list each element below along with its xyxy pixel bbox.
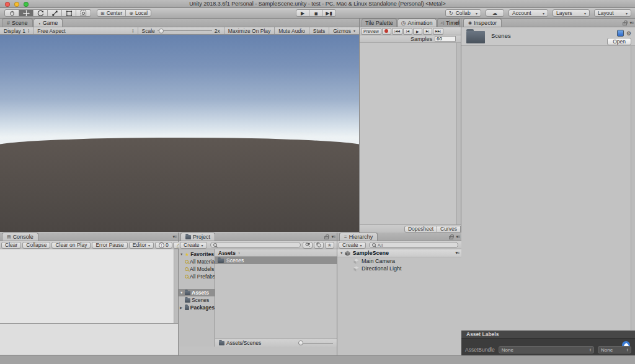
tab-inspector[interactable]: ◉ Inspector bbox=[463, 19, 502, 27]
lock-icon[interactable] bbox=[623, 22, 627, 25]
transform-tool-icon[interactable] bbox=[76, 10, 91, 16]
tree-item-assets[interactable]: ▼ Assets bbox=[179, 289, 215, 296]
caret-right-icon[interactable]: ▶ bbox=[180, 306, 184, 309]
tree-item-all-prefabs[interactable]: All Prefabs bbox=[179, 273, 215, 280]
assetbundle-variant-select[interactable]: None ▴▾ bbox=[598, 346, 631, 353]
hierarchy-search-field[interactable] bbox=[369, 242, 458, 248]
console-log-area[interactable] bbox=[0, 249, 178, 324]
inspector-scrollbar[interactable] bbox=[631, 46, 635, 330]
record-button[interactable] bbox=[382, 28, 391, 35]
inspector-content[interactable] bbox=[461, 46, 635, 330]
pane-menu-icon[interactable]: ▾≡ bbox=[172, 234, 176, 239]
thumbnail-size-knob[interactable] bbox=[298, 340, 303, 345]
hierarchy-item-directional-light[interactable]: Directional Light bbox=[337, 265, 461, 272]
assetbundle-select[interactable]: None ▴▾ bbox=[499, 346, 594, 353]
aspect-dropdown[interactable]: Free Aspect ▴▾ bbox=[33, 27, 138, 34]
stats-button[interactable]: Stats bbox=[309, 27, 329, 34]
scale-slider-knob[interactable] bbox=[159, 29, 164, 33]
close-window-icon[interactable] bbox=[5, 2, 10, 7]
play-button[interactable]: ▶ bbox=[296, 10, 309, 16]
caret-down-icon[interactable]: ▼ bbox=[180, 291, 184, 295]
open-button[interactable]: Open bbox=[607, 38, 631, 45]
tree-item-scenes[interactable]: Scenes bbox=[179, 296, 215, 304]
pane-menu-icon[interactable]: ▾≡ bbox=[455, 20, 459, 25]
rect-tool-icon[interactable] bbox=[62, 10, 76, 16]
gizmos-dropdown[interactable]: Gizmos ▾ bbox=[329, 27, 359, 34]
favorite-search-button[interactable]: ★ bbox=[325, 242, 334, 249]
move-tool-icon[interactable] bbox=[19, 10, 33, 16]
tree-item-all-materials[interactable]: All Materials bbox=[179, 258, 215, 265]
project-search-field[interactable] bbox=[210, 242, 301, 248]
minimize-window-icon[interactable] bbox=[14, 2, 19, 7]
anim-play-button[interactable]: ▶ bbox=[413, 28, 422, 35]
hand-tool-icon[interactable] bbox=[5, 10, 19, 16]
info-count-toggle[interactable]: ! 0 bbox=[155, 242, 172, 249]
asset-store-icon[interactable] bbox=[617, 30, 624, 37]
dopesheet-button[interactable]: Dopesheet bbox=[404, 226, 437, 233]
pivot-local-button[interactable]: ⊕ Local bbox=[126, 10, 151, 16]
step-button[interactable]: ▶▮ bbox=[322, 10, 335, 16]
console-detail-area[interactable] bbox=[0, 324, 178, 355]
lock-icon[interactable] bbox=[324, 236, 329, 239]
clear-on-play-button[interactable]: Clear on Play bbox=[51, 242, 91, 249]
rotate-tool-icon[interactable] bbox=[33, 10, 48, 16]
maximize-on-play-button[interactable]: Maximize On Play bbox=[224, 27, 275, 34]
curves-button[interactable]: Curves bbox=[437, 226, 461, 233]
clear-button[interactable]: Clear bbox=[1, 242, 21, 249]
tab-console[interactable]: ▤ Console bbox=[2, 233, 38, 241]
pane-menu-icon[interactable]: ▾≡ bbox=[331, 234, 335, 239]
breadcrumb-assets[interactable]: Assets bbox=[218, 250, 236, 256]
tab-animation[interactable]: ◷ Animation bbox=[397, 19, 437, 27]
mute-audio-button[interactable]: Mute Audio bbox=[274, 27, 309, 34]
account-dropdown[interactable]: Account ▾ bbox=[508, 9, 548, 17]
pivot-center-button[interactable]: ⊞ Center bbox=[97, 10, 126, 16]
thumbnail-size-slider[interactable] bbox=[298, 343, 333, 344]
tab-project[interactable]: Project bbox=[180, 233, 215, 241]
create-dropdown[interactable]: Create ▾ bbox=[339, 242, 366, 249]
layout-dropdown[interactable]: Layout ▾ bbox=[594, 9, 631, 17]
tab-game[interactable]: ◖ Game bbox=[33, 19, 63, 27]
preview-button[interactable]: Preview bbox=[361, 28, 381, 35]
create-dropdown[interactable]: Create ▾ bbox=[180, 242, 207, 249]
search-by-label-button[interactable] bbox=[314, 242, 324, 249]
console-scrollbar[interactable] bbox=[174, 249, 178, 323]
scale-tool-icon[interactable] bbox=[48, 10, 62, 16]
scene-menu-icon[interactable]: ▾≡ bbox=[455, 251, 459, 255]
error-pause-button[interactable]: Error Pause bbox=[92, 242, 127, 249]
search-by-type-button[interactable] bbox=[303, 242, 313, 249]
scale-slider[interactable] bbox=[158, 30, 212, 31]
cloud-button[interactable]: ☁ bbox=[486, 9, 504, 17]
tree-item-packages[interactable]: ▶ Packages bbox=[179, 304, 215, 311]
display-dropdown[interactable]: Display 1 ▴▾ bbox=[0, 27, 33, 34]
collab-dropdown[interactable]: ↻ Collab ▾ bbox=[445, 9, 481, 17]
tree-item-favorites[interactable]: ▼ ★ Favorites bbox=[179, 251, 215, 258]
tab-hierarchy[interactable]: ≡ Hierarchy bbox=[339, 233, 378, 241]
files-empty-area[interactable] bbox=[215, 264, 337, 339]
project-search-input[interactable] bbox=[219, 242, 298, 248]
file-row-scenes[interactable]: Scenes bbox=[215, 257, 337, 264]
lock-icon[interactable] bbox=[449, 236, 453, 239]
hierarchy-search-input[interactable] bbox=[378, 242, 455, 248]
pane-menu-icon[interactable]: ▾≡ bbox=[629, 20, 633, 25]
layers-dropdown[interactable]: Layers ▾ bbox=[553, 9, 590, 17]
tree-item-all-models[interactable]: All Models bbox=[179, 265, 215, 273]
pause-button[interactable]: ▮▮ bbox=[309, 10, 322, 16]
gear-icon[interactable]: ⚙ bbox=[626, 30, 631, 37]
go-to-start-button[interactable]: |◀◀ bbox=[392, 28, 402, 35]
tab-scene[interactable]: # Scene bbox=[2, 19, 33, 27]
previous-key-button[interactable]: |◀ bbox=[403, 28, 412, 35]
caret-down-icon[interactable]: ▼ bbox=[340, 251, 343, 255]
next-key-button[interactable]: ▶| bbox=[423, 28, 432, 35]
hierarchy-item-main-camera[interactable]: Main Camera bbox=[337, 257, 461, 265]
animation-content[interactable] bbox=[360, 43, 461, 224]
zoom-window-icon[interactable] bbox=[24, 2, 29, 7]
tab-tile-palette[interactable]: Tile Palette bbox=[362, 19, 397, 27]
game-viewport[interactable] bbox=[0, 35, 359, 232]
pane-menu-icon[interactable]: ▾≡ bbox=[456, 234, 460, 239]
animation-scrollbar[interactable] bbox=[456, 43, 461, 224]
samples-input[interactable] bbox=[435, 36, 456, 42]
go-to-end-button[interactable]: ▶▶| bbox=[433, 28, 443, 35]
editor-dropdown[interactable]: Editor ▾ bbox=[129, 242, 154, 249]
collapse-button[interactable]: Collapse bbox=[22, 242, 50, 249]
caret-down-icon[interactable]: ▼ bbox=[180, 252, 184, 256]
